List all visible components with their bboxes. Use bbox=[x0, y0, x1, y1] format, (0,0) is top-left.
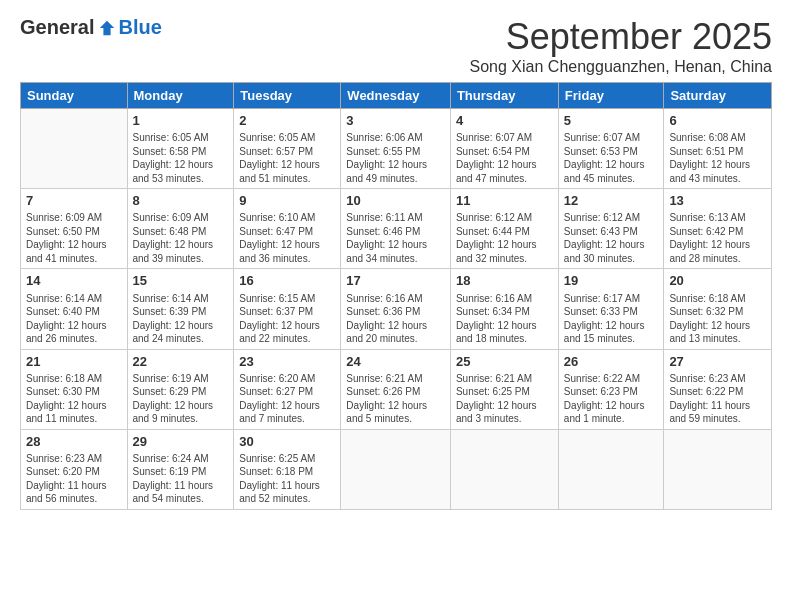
cell-daylight-info: Sunrise: 6:06 AM Sunset: 6:55 PM Dayligh… bbox=[346, 131, 445, 185]
calendar-cell: 17Sunrise: 6:16 AM Sunset: 6:36 PM Dayli… bbox=[341, 269, 451, 349]
cell-daylight-info: Sunrise: 6:08 AM Sunset: 6:51 PM Dayligh… bbox=[669, 131, 766, 185]
cell-date-number: 1 bbox=[133, 112, 229, 130]
weekday-saturday: Saturday bbox=[664, 83, 772, 109]
weekday-tuesday: Tuesday bbox=[234, 83, 341, 109]
cell-daylight-info: Sunrise: 6:23 AM Sunset: 6:22 PM Dayligh… bbox=[669, 372, 766, 426]
logo-general-text: General bbox=[20, 16, 94, 39]
cell-daylight-info: Sunrise: 6:22 AM Sunset: 6:23 PM Dayligh… bbox=[564, 372, 659, 426]
calendar-cell: 4Sunrise: 6:07 AM Sunset: 6:54 PM Daylig… bbox=[450, 109, 558, 189]
calendar-week-5: 28Sunrise: 6:23 AM Sunset: 6:20 PM Dayli… bbox=[21, 429, 772, 509]
calendar-cell: 18Sunrise: 6:16 AM Sunset: 6:34 PM Dayli… bbox=[450, 269, 558, 349]
cell-daylight-info: Sunrise: 6:10 AM Sunset: 6:47 PM Dayligh… bbox=[239, 211, 335, 265]
cell-date-number: 27 bbox=[669, 353, 766, 371]
cell-date-number: 9 bbox=[239, 192, 335, 210]
calendar-cell: 5Sunrise: 6:07 AM Sunset: 6:53 PM Daylig… bbox=[558, 109, 664, 189]
logo: General Blue bbox=[20, 16, 162, 39]
cell-date-number: 2 bbox=[239, 112, 335, 130]
cell-daylight-info: Sunrise: 6:17 AM Sunset: 6:33 PM Dayligh… bbox=[564, 292, 659, 346]
cell-date-number: 13 bbox=[669, 192, 766, 210]
calendar-cell: 23Sunrise: 6:20 AM Sunset: 6:27 PM Dayli… bbox=[234, 349, 341, 429]
weekday-thursday: Thursday bbox=[450, 83, 558, 109]
calendar-week-1: 1Sunrise: 6:05 AM Sunset: 6:58 PM Daylig… bbox=[21, 109, 772, 189]
weekday-monday: Monday bbox=[127, 83, 234, 109]
cell-date-number: 19 bbox=[564, 272, 659, 290]
cell-daylight-info: Sunrise: 6:11 AM Sunset: 6:46 PM Dayligh… bbox=[346, 211, 445, 265]
calendar-cell: 3Sunrise: 6:06 AM Sunset: 6:55 PM Daylig… bbox=[341, 109, 451, 189]
cell-date-number: 25 bbox=[456, 353, 553, 371]
cell-daylight-info: Sunrise: 6:13 AM Sunset: 6:42 PM Dayligh… bbox=[669, 211, 766, 265]
logo-blue-text: Blue bbox=[118, 16, 161, 39]
cell-daylight-info: Sunrise: 6:07 AM Sunset: 6:53 PM Dayligh… bbox=[564, 131, 659, 185]
calendar-cell: 11Sunrise: 6:12 AM Sunset: 6:44 PM Dayli… bbox=[450, 189, 558, 269]
cell-date-number: 4 bbox=[456, 112, 553, 130]
cell-date-number: 30 bbox=[239, 433, 335, 451]
calendar-cell: 1Sunrise: 6:05 AM Sunset: 6:58 PM Daylig… bbox=[127, 109, 234, 189]
cell-date-number: 6 bbox=[669, 112, 766, 130]
cell-date-number: 29 bbox=[133, 433, 229, 451]
cell-daylight-info: Sunrise: 6:21 AM Sunset: 6:25 PM Dayligh… bbox=[456, 372, 553, 426]
cell-daylight-info: Sunrise: 6:23 AM Sunset: 6:20 PM Dayligh… bbox=[26, 452, 122, 506]
weekday-sunday: Sunday bbox=[21, 83, 128, 109]
month-title: September 2025 bbox=[470, 16, 772, 58]
cell-date-number: 10 bbox=[346, 192, 445, 210]
calendar-cell bbox=[664, 429, 772, 509]
calendar-cell: 12Sunrise: 6:12 AM Sunset: 6:43 PM Dayli… bbox=[558, 189, 664, 269]
calendar-cell: 26Sunrise: 6:22 AM Sunset: 6:23 PM Dayli… bbox=[558, 349, 664, 429]
calendar-week-2: 7Sunrise: 6:09 AM Sunset: 6:50 PM Daylig… bbox=[21, 189, 772, 269]
calendar-cell: 19Sunrise: 6:17 AM Sunset: 6:33 PM Dayli… bbox=[558, 269, 664, 349]
calendar-cell: 10Sunrise: 6:11 AM Sunset: 6:46 PM Dayli… bbox=[341, 189, 451, 269]
calendar-cell: 6Sunrise: 6:08 AM Sunset: 6:51 PM Daylig… bbox=[664, 109, 772, 189]
page: General Blue September 2025 Song Xian Ch… bbox=[0, 0, 792, 612]
cell-date-number: 15 bbox=[133, 272, 229, 290]
cell-daylight-info: Sunrise: 6:12 AM Sunset: 6:44 PM Dayligh… bbox=[456, 211, 553, 265]
cell-date-number: 20 bbox=[669, 272, 766, 290]
cell-date-number: 28 bbox=[26, 433, 122, 451]
cell-date-number: 26 bbox=[564, 353, 659, 371]
cell-daylight-info: Sunrise: 6:14 AM Sunset: 6:40 PM Dayligh… bbox=[26, 292, 122, 346]
cell-date-number: 23 bbox=[239, 353, 335, 371]
cell-date-number: 24 bbox=[346, 353, 445, 371]
cell-daylight-info: Sunrise: 6:21 AM Sunset: 6:26 PM Dayligh… bbox=[346, 372, 445, 426]
header: General Blue September 2025 Song Xian Ch… bbox=[20, 16, 772, 76]
cell-daylight-info: Sunrise: 6:16 AM Sunset: 6:36 PM Dayligh… bbox=[346, 292, 445, 346]
calendar-cell: 25Sunrise: 6:21 AM Sunset: 6:25 PM Dayli… bbox=[450, 349, 558, 429]
calendar-cell: 27Sunrise: 6:23 AM Sunset: 6:22 PM Dayli… bbox=[664, 349, 772, 429]
title-area: September 2025 Song Xian Chengguanzhen, … bbox=[470, 16, 772, 76]
cell-date-number: 8 bbox=[133, 192, 229, 210]
calendar-cell: 30Sunrise: 6:25 AM Sunset: 6:18 PM Dayli… bbox=[234, 429, 341, 509]
cell-date-number: 7 bbox=[26, 192, 122, 210]
calendar-cell bbox=[341, 429, 451, 509]
logo-icon bbox=[98, 19, 116, 37]
weekday-header-row: SundayMondayTuesdayWednesdayThursdayFrid… bbox=[21, 83, 772, 109]
calendar-table: SundayMondayTuesdayWednesdayThursdayFrid… bbox=[20, 82, 772, 510]
cell-daylight-info: Sunrise: 6:18 AM Sunset: 6:32 PM Dayligh… bbox=[669, 292, 766, 346]
cell-date-number: 14 bbox=[26, 272, 122, 290]
calendar-cell: 15Sunrise: 6:14 AM Sunset: 6:39 PM Dayli… bbox=[127, 269, 234, 349]
calendar-cell: 21Sunrise: 6:18 AM Sunset: 6:30 PM Dayli… bbox=[21, 349, 128, 429]
subtitle: Song Xian Chengguanzhen, Henan, China bbox=[470, 58, 772, 76]
cell-daylight-info: Sunrise: 6:14 AM Sunset: 6:39 PM Dayligh… bbox=[133, 292, 229, 346]
calendar-cell bbox=[450, 429, 558, 509]
calendar-cell: 16Sunrise: 6:15 AM Sunset: 6:37 PM Dayli… bbox=[234, 269, 341, 349]
cell-date-number: 12 bbox=[564, 192, 659, 210]
cell-daylight-info: Sunrise: 6:15 AM Sunset: 6:37 PM Dayligh… bbox=[239, 292, 335, 346]
calendar-week-3: 14Sunrise: 6:14 AM Sunset: 6:40 PM Dayli… bbox=[21, 269, 772, 349]
cell-daylight-info: Sunrise: 6:07 AM Sunset: 6:54 PM Dayligh… bbox=[456, 131, 553, 185]
cell-daylight-info: Sunrise: 6:05 AM Sunset: 6:57 PM Dayligh… bbox=[239, 131, 335, 185]
weekday-friday: Friday bbox=[558, 83, 664, 109]
cell-date-number: 16 bbox=[239, 272, 335, 290]
calendar-cell bbox=[21, 109, 128, 189]
cell-date-number: 21 bbox=[26, 353, 122, 371]
calendar-cell: 2Sunrise: 6:05 AM Sunset: 6:57 PM Daylig… bbox=[234, 109, 341, 189]
cell-daylight-info: Sunrise: 6:09 AM Sunset: 6:50 PM Dayligh… bbox=[26, 211, 122, 265]
cell-date-number: 22 bbox=[133, 353, 229, 371]
cell-daylight-info: Sunrise: 6:12 AM Sunset: 6:43 PM Dayligh… bbox=[564, 211, 659, 265]
calendar-cell: 20Sunrise: 6:18 AM Sunset: 6:32 PM Dayli… bbox=[664, 269, 772, 349]
cell-date-number: 5 bbox=[564, 112, 659, 130]
calendar-cell: 7Sunrise: 6:09 AM Sunset: 6:50 PM Daylig… bbox=[21, 189, 128, 269]
calendar-cell: 29Sunrise: 6:24 AM Sunset: 6:19 PM Dayli… bbox=[127, 429, 234, 509]
calendar-cell: 22Sunrise: 6:19 AM Sunset: 6:29 PM Dayli… bbox=[127, 349, 234, 429]
calendar-cell: 24Sunrise: 6:21 AM Sunset: 6:26 PM Dayli… bbox=[341, 349, 451, 429]
cell-date-number: 11 bbox=[456, 192, 553, 210]
calendar-cell bbox=[558, 429, 664, 509]
